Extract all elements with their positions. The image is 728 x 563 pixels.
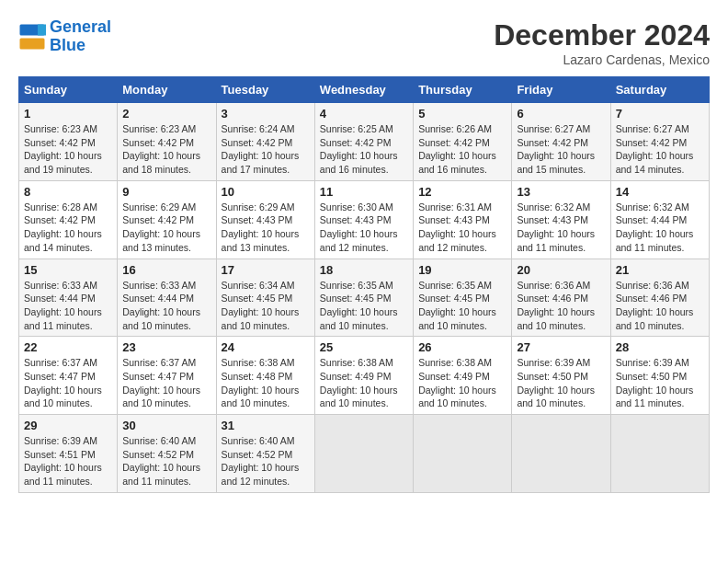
week-row-4: 22Sunrise: 6:37 AMSunset: 4:47 PMDayligh… <box>19 337 710 415</box>
day-info: Sunrise: 6:26 AMSunset: 4:42 PMDaylight:… <box>418 122 506 177</box>
day-info: Sunrise: 6:27 AMSunset: 4:42 PMDaylight:… <box>517 122 605 177</box>
day-info: Sunrise: 6:24 AMSunset: 4:42 PMDaylight:… <box>222 122 310 177</box>
header-day-monday: Monday <box>118 77 216 103</box>
day-number: 12 <box>418 185 506 199</box>
day-info: Sunrise: 6:35 AMSunset: 4:45 PMDaylight:… <box>418 279 506 333</box>
day-info: Sunrise: 6:28 AMSunset: 4:42 PMDaylight:… <box>24 201 112 255</box>
calendar-cell: 25Sunrise: 6:38 AMSunset: 4:49 PMDayligh… <box>314 337 413 415</box>
svg-marker-2 <box>38 24 46 35</box>
day-number: 9 <box>122 185 210 199</box>
header-day-sunday: Sunday <box>19 77 118 103</box>
day-number: 19 <box>418 263 506 277</box>
header-row: SundayMondayTuesdayWednesdayThursdayFrid… <box>19 77 710 103</box>
calendar-cell: 18Sunrise: 6:35 AMSunset: 4:45 PMDayligh… <box>314 259 413 337</box>
day-number: 28 <box>616 340 704 354</box>
day-info: Sunrise: 6:27 AMSunset: 4:42 PMDaylight:… <box>616 122 704 177</box>
week-row-2: 8Sunrise: 6:28 AMSunset: 4:42 PMDaylight… <box>19 180 710 259</box>
day-info: Sunrise: 6:25 AMSunset: 4:42 PMDaylight:… <box>320 122 408 177</box>
header-day-tuesday: Tuesday <box>216 77 314 103</box>
calendar-cell: 7Sunrise: 6:27 AMSunset: 4:42 PMDaylight… <box>610 103 709 181</box>
calendar-cell: 27Sunrise: 6:39 AMSunset: 4:50 PMDayligh… <box>512 337 610 415</box>
header-day-wednesday: Wednesday <box>314 77 413 103</box>
calendar-cell <box>610 415 709 493</box>
day-number: 24 <box>222 340 310 354</box>
logo-icon <box>18 23 46 51</box>
page-header: General Blue December 2024 Lazaro Carden… <box>18 18 710 67</box>
calendar-cell: 24Sunrise: 6:38 AMSunset: 4:48 PMDayligh… <box>216 337 314 415</box>
calendar-cell: 28Sunrise: 6:39 AMSunset: 4:50 PMDayligh… <box>610 337 709 415</box>
day-number: 7 <box>616 107 704 121</box>
header-day-friday: Friday <box>512 77 610 103</box>
day-info: Sunrise: 6:23 AMSunset: 4:42 PMDaylight:… <box>122 122 210 177</box>
day-info: Sunrise: 6:30 AMSunset: 4:43 PMDaylight:… <box>320 201 408 255</box>
day-number: 26 <box>418 340 506 354</box>
calendar-cell: 1Sunrise: 6:23 AMSunset: 4:42 PMDaylight… <box>19 103 118 181</box>
week-row-1: 1Sunrise: 6:23 AMSunset: 4:42 PMDaylight… <box>19 103 710 181</box>
calendar-cell: 6Sunrise: 6:27 AMSunset: 4:42 PMDaylight… <box>512 103 610 181</box>
calendar-cell: 19Sunrise: 6:35 AMSunset: 4:45 PMDayligh… <box>414 259 512 337</box>
day-number: 14 <box>616 185 704 199</box>
day-number: 16 <box>122 263 210 277</box>
title-area: December 2024 Lazaro Cardenas, Mexico <box>494 18 710 67</box>
calendar-cell: 15Sunrise: 6:33 AMSunset: 4:44 PMDayligh… <box>19 259 118 337</box>
day-info: Sunrise: 6:33 AMSunset: 4:44 PMDaylight:… <box>24 279 112 333</box>
calendar-cell: 14Sunrise: 6:32 AMSunset: 4:44 PMDayligh… <box>610 180 709 259</box>
day-info: Sunrise: 6:38 AMSunset: 4:49 PMDaylight:… <box>320 356 408 410</box>
calendar-cell: 17Sunrise: 6:34 AMSunset: 4:45 PMDayligh… <box>216 259 314 337</box>
day-info: Sunrise: 6:34 AMSunset: 4:45 PMDaylight:… <box>222 279 310 333</box>
day-info: Sunrise: 6:39 AMSunset: 4:50 PMDaylight:… <box>517 356 605 410</box>
week-row-5: 29Sunrise: 6:39 AMSunset: 4:51 PMDayligh… <box>19 415 710 493</box>
day-number: 22 <box>24 340 112 354</box>
day-number: 8 <box>24 185 112 199</box>
location: Lazaro Cardenas, Mexico <box>494 52 710 67</box>
logo-text: General Blue <box>50 18 111 55</box>
calendar-header: SundayMondayTuesdayWednesdayThursdayFrid… <box>19 77 710 103</box>
week-row-3: 15Sunrise: 6:33 AMSunset: 4:44 PMDayligh… <box>19 259 710 337</box>
day-number: 6 <box>517 107 605 121</box>
calendar-cell: 16Sunrise: 6:33 AMSunset: 4:44 PMDayligh… <box>118 259 216 337</box>
calendar-cell: 10Sunrise: 6:29 AMSunset: 4:43 PMDayligh… <box>216 180 314 259</box>
day-number: 21 <box>616 263 704 277</box>
calendar-cell: 23Sunrise: 6:37 AMSunset: 4:47 PMDayligh… <box>118 337 216 415</box>
calendar-cell: 5Sunrise: 6:26 AMSunset: 4:42 PMDaylight… <box>414 103 512 181</box>
day-number: 4 <box>320 107 408 121</box>
month-title: December 2024 <box>494 18 710 52</box>
logo: General Blue <box>18 18 111 55</box>
calendar-cell: 31Sunrise: 6:40 AMSunset: 4:52 PMDayligh… <box>216 415 314 493</box>
day-info: Sunrise: 6:32 AMSunset: 4:43 PMDaylight:… <box>517 201 605 255</box>
calendar-cell: 12Sunrise: 6:31 AMSunset: 4:43 PMDayligh… <box>414 180 512 259</box>
calendar-cell: 9Sunrise: 6:29 AMSunset: 4:42 PMDaylight… <box>118 180 216 259</box>
header-day-saturday: Saturday <box>610 77 709 103</box>
calendar-cell: 8Sunrise: 6:28 AMSunset: 4:42 PMDaylight… <box>19 180 118 259</box>
day-number: 11 <box>320 185 408 199</box>
day-info: Sunrise: 6:40 AMSunset: 4:52 PMDaylight:… <box>222 434 310 488</box>
day-number: 15 <box>24 263 112 277</box>
calendar-cell <box>512 415 610 493</box>
day-info: Sunrise: 6:37 AMSunset: 4:47 PMDaylight:… <box>24 356 112 410</box>
day-info: Sunrise: 6:29 AMSunset: 4:42 PMDaylight:… <box>122 201 210 255</box>
day-number: 17 <box>222 263 310 277</box>
day-number: 10 <box>222 185 310 199</box>
day-info: Sunrise: 6:36 AMSunset: 4:46 PMDaylight:… <box>517 279 605 333</box>
day-info: Sunrise: 6:38 AMSunset: 4:48 PMDaylight:… <box>222 356 310 410</box>
day-info: Sunrise: 6:39 AMSunset: 4:51 PMDaylight:… <box>24 434 112 488</box>
day-number: 31 <box>222 419 310 432</box>
day-info: Sunrise: 6:40 AMSunset: 4:52 PMDaylight:… <box>122 434 210 488</box>
day-number: 30 <box>122 419 210 432</box>
day-number: 20 <box>517 263 605 277</box>
calendar-cell: 2Sunrise: 6:23 AMSunset: 4:42 PMDaylight… <box>118 103 216 181</box>
calendar-cell: 30Sunrise: 6:40 AMSunset: 4:52 PMDayligh… <box>118 415 216 493</box>
day-info: Sunrise: 6:32 AMSunset: 4:44 PMDaylight:… <box>616 201 704 255</box>
day-info: Sunrise: 6:36 AMSunset: 4:46 PMDaylight:… <box>616 279 704 333</box>
calendar-cell: 11Sunrise: 6:30 AMSunset: 4:43 PMDayligh… <box>314 180 413 259</box>
svg-rect-1 <box>20 38 45 49</box>
calendar-cell: 21Sunrise: 6:36 AMSunset: 4:46 PMDayligh… <box>610 259 709 337</box>
day-number: 2 <box>122 107 210 121</box>
day-info: Sunrise: 6:37 AMSunset: 4:47 PMDaylight:… <box>122 356 210 410</box>
day-info: Sunrise: 6:39 AMSunset: 4:50 PMDaylight:… <box>616 356 704 410</box>
day-info: Sunrise: 6:23 AMSunset: 4:42 PMDaylight:… <box>24 122 112 177</box>
calendar-cell <box>314 415 413 493</box>
day-info: Sunrise: 6:38 AMSunset: 4:49 PMDaylight:… <box>418 356 506 410</box>
calendar-cell: 26Sunrise: 6:38 AMSunset: 4:49 PMDayligh… <box>414 337 512 415</box>
day-info: Sunrise: 6:31 AMSunset: 4:43 PMDaylight:… <box>418 201 506 255</box>
